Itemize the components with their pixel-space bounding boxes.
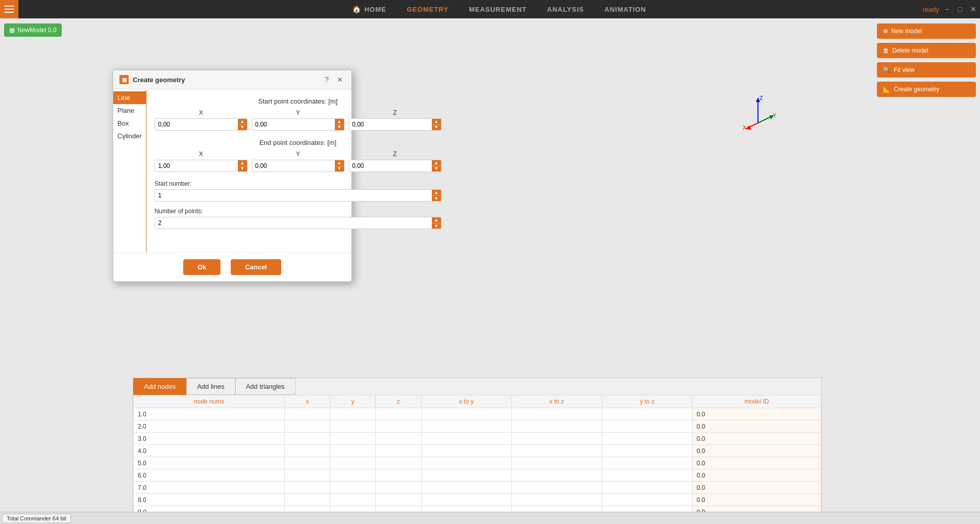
help-button[interactable]: ? [323,74,331,85]
num-points-spinner[interactable]: ▲▼ [432,217,441,229]
create-geometry-dialog: ▦ Create geometry ? ✕ Line Plane Box Cyl… [112,69,352,282]
end-y-spinner[interactable]: ▲▼ [335,160,344,171]
x-label-end: X [155,151,248,158]
dialog-footer: Ok Cancel [113,253,351,281]
list-item-cylinder[interactable]: Cylinder [113,130,146,142]
end-point-inputs: ▲▼ ▲▼ ▲▼ [155,160,442,172]
dialog-header: ▦ Create geometry ? ✕ [113,70,351,89]
start-number-spinner[interactable]: ▲▼ [432,190,441,201]
end-x-wrap: ▲▼ [155,160,248,172]
dialog-body: Line Plane Box Cylinder Start point coor… [113,89,351,253]
y-label-end: Y [252,151,345,158]
geometry-type-list: Line Plane Box Cylinder [113,89,146,253]
nav-geometry[interactable]: GEOMETRY [407,6,449,13]
dialog-header-buttons: ? ✕ [323,74,345,85]
home-icon: 🏠 [352,5,361,13]
start-x-input[interactable] [155,119,238,130]
topbar: 🏠 HOME GEOMETRY MEASUREMENT ANALYSIS ANI… [0,0,980,18]
list-item-plane[interactable]: Plane [113,104,146,117]
end-y-input[interactable] [252,160,335,171]
dialog-form: Start point coordinates: [m] X Y Z ▲▼ [146,89,450,253]
z-label-start: Z [349,109,442,116]
x-label-start: X [155,109,248,116]
start-number-label: Start number: [155,180,442,187]
start-z-spinner[interactable]: ▲▼ [432,119,441,130]
start-y-spinner[interactable]: ▲▼ [335,119,344,130]
end-z-wrap: ▲▼ [349,160,442,172]
dialog-close-button[interactable]: ✕ [335,74,345,85]
coord-labels-end: X Y Z [155,151,442,158]
dialog-title: Create geometry [133,76,185,84]
end-point-title: End point coordinates: [m] [155,139,442,146]
nav-measurement[interactable]: MEASUREMENT [469,6,527,13]
end-y-wrap: ▲▼ [252,160,345,172]
end-x-spinner[interactable]: ▲▼ [238,160,247,171]
main-nav: 🏠 HOME GEOMETRY MEASUREMENT ANALYSIS ANI… [18,5,980,13]
list-item-box[interactable]: Box [113,117,146,130]
cancel-button[interactable]: Cancel [231,259,281,275]
start-x-wrap: ▲▼ [155,118,248,131]
close-button[interactable]: ✕ [967,0,980,18]
z-label-end: Z [349,151,442,158]
num-points-label: Number of points: [155,208,442,215]
coord-labels-start: X Y Z [155,109,442,116]
start-y-input[interactable] [252,119,335,130]
start-point-section: Start point coordinates: [m] X Y Z ▲▼ [155,97,442,131]
nav-home[interactable]: 🏠 HOME [352,5,386,13]
num-points-section: Number of points: ▲▼ [155,208,442,229]
start-z-wrap: ▲▼ [349,118,442,131]
maximize-button[interactable]: □ [953,0,967,18]
status-text: ready [922,6,939,13]
menu-button[interactable] [0,0,18,18]
dialog-overlay: ▦ Create geometry ? ✕ Line Plane Box Cyl… [0,18,980,524]
dialog-title-icon: ▦ [119,75,129,84]
ok-button[interactable]: Ok [183,259,220,275]
main-area: ▦ NewModel 0.0 Z Y [0,18,980,524]
start-z-input[interactable] [349,119,432,130]
start-x-spinner[interactable]: ▲▼ [238,119,247,130]
num-points-input[interactable] [155,217,432,229]
end-point-section: End point coordinates: [m] X Y Z ▲▼ [155,139,442,172]
end-x-input[interactable] [155,160,238,171]
y-label-start: Y [252,109,345,116]
nav-animation[interactable]: ANIMATION [604,6,646,13]
start-y-wrap: ▲▼ [252,118,345,131]
start-point-title: Start point coordinates: [m] [155,97,442,105]
minimize-button[interactable]: − [940,0,953,18]
dialog-title-area: ▦ Create geometry [119,75,185,84]
start-point-inputs: ▲▼ ▲▼ ▲▼ [155,118,442,131]
start-number-input[interactable] [155,190,432,201]
nav-analysis[interactable]: ANALYSIS [547,6,584,13]
window-controls: − □ ✕ [940,0,980,18]
start-number-section: Start number: ▲▼ [155,180,442,202]
start-number-wrap: ▲▼ [155,189,442,202]
end-z-spinner[interactable]: ▲▼ [432,160,441,171]
end-z-input[interactable] [349,160,432,171]
list-item-line[interactable]: Line [113,91,146,104]
num-points-wrap: ▲▼ [155,217,442,229]
